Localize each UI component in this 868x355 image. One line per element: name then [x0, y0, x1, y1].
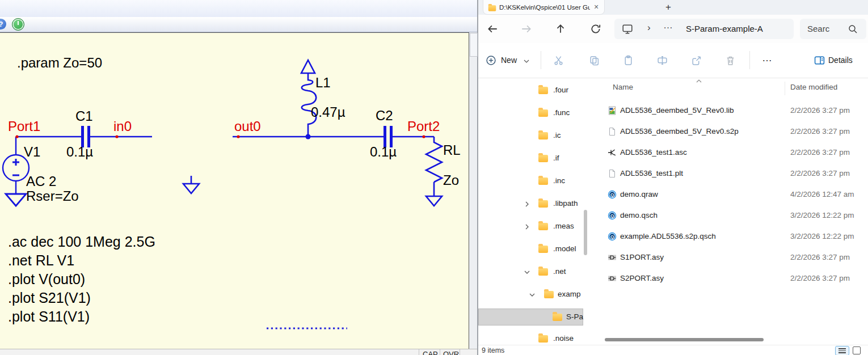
chevron-right-icon[interactable] — [524, 224, 530, 230]
tree-item-meas[interactable]: .meas — [478, 219, 583, 235]
directive-net[interactable]: .net RL V1 — [8, 251, 155, 270]
net-label-port2[interactable]: Port2 — [407, 119, 440, 134]
net-label-port1[interactable]: Port1 — [8, 119, 40, 134]
file-row[interactable]: ADL5536_deembed_5V_Rev0.lib 2/2/2026 3:2… — [603, 101, 864, 121]
this-pc-icon[interactable] — [622, 23, 633, 35]
file-row[interactable]: Q demo.qsch 3/2/2026 12:22 pm — [603, 206, 864, 226]
inductor-l1[interactable] — [301, 60, 316, 137]
qspice-window: ? — [0, 0, 478, 355]
qspice-toolbar: ? — [0, 17, 477, 32]
component-name-c1[interactable]: C1 — [75, 109, 93, 124]
component-name-v1[interactable]: V1 — [24, 145, 40, 159]
explorer-command-bar: New — [478, 43, 868, 78]
large-icons-view-icon[interactable] — [853, 346, 861, 354]
tree-item-if[interactable]: .if — [478, 151, 583, 167]
explorer-tab[interactable]: D:\KSKelvin\Qspice\01 User Gu × — [483, 0, 605, 15]
directive-ac[interactable]: .ac dec 100 1Meg 2.5G — [8, 233, 155, 251]
chevron-down-icon[interactable] — [529, 292, 535, 298]
file-row[interactable]: Q demo.qraw 4/2/2026 12:47 am — [603, 185, 864, 205]
tree-item-s-param-selected[interactable]: S-Pa — [478, 308, 583, 326]
qspice-titlebar[interactable] — [0, 0, 477, 17]
file-row[interactable]: Q example.ADL5536.s2p.qsch 3/2/2026 12:2… — [603, 227, 864, 247]
tree-item-ic[interactable]: .ic — [478, 128, 583, 144]
tree-item-four[interactable]: .four — [478, 83, 583, 99]
tree-item-inc[interactable]: .inc — [478, 174, 583, 189]
explorer-navigation-bar: › … S-Param-example-A Searc — [478, 15, 868, 43]
resistor-rl[interactable] — [426, 137, 442, 182]
file-row[interactable]: S1PORT.asy 2/2/2026 3:27 pm — [603, 248, 864, 268]
forward-icon[interactable] — [521, 23, 532, 35]
search-icon[interactable] — [848, 24, 858, 34]
tree-item-examples[interactable]: examp — [478, 287, 583, 303]
copy-icon[interactable] — [589, 55, 600, 66]
folder-icon — [538, 335, 548, 343]
component-value-c1[interactable]: 0.1µ — [66, 145, 93, 159]
tree-item-libpath[interactable]: .libpath — [478, 196, 583, 212]
horizontal-scrollbar[interactable] — [605, 338, 764, 341]
file-list-header: Name Date modified — [603, 81, 864, 96]
paste-icon[interactable] — [623, 55, 634, 66]
directive-plot-s11[interactable]: .plot S11(V1) — [8, 307, 155, 326]
file-row[interactable]: ADL5536_test1.asc 2/2/2026 3:27 pm — [603, 143, 864, 163]
cut-icon[interactable] — [553, 55, 564, 66]
list-view-icon[interactable] — [835, 346, 849, 355]
chevron-down-icon[interactable] — [524, 269, 530, 275]
schematic-canvas[interactable]: .param Zo=50 Port1 C1 in0 0.1µ V1 AC 2 R… — [0, 32, 469, 349]
new-button[interactable]: New — [501, 56, 517, 65]
directive-plot-s21[interactable]: .plot S21(V1) — [8, 289, 155, 307]
details-panel-icon[interactable] — [814, 55, 825, 66]
tree-scrollbar[interactable] — [584, 210, 587, 255]
run-icon[interactable] — [12, 18, 24, 31]
back-icon[interactable] — [487, 23, 498, 35]
search-text[interactable]: Searc — [807, 24, 829, 33]
folder-icon — [538, 109, 548, 117]
tab-close-icon[interactable]: × — [592, 2, 601, 11]
explorer-tab-strip: D:\KSKelvin\Qspice\01 User Gu × + — [478, 0, 868, 15]
details-button[interactable]: Details — [828, 56, 853, 65]
ground-rl[interactable] — [426, 182, 442, 206]
component-name-c2[interactable]: C2 — [376, 108, 393, 123]
chevron-down-icon[interactable] — [524, 59, 529, 64]
net-label-out0[interactable]: out0 — [234, 119, 261, 134]
component-value-v1-rser[interactable]: Rser=Zo — [26, 189, 79, 204]
directive-plot-vout0[interactable]: .plot V(out0) — [8, 270, 155, 289]
file-row[interactable]: ADL5536_deembed_5V_Rev0.s2p 2/2/2026 3:2… — [603, 122, 864, 142]
component-name-l1[interactable]: L1 — [315, 75, 331, 90]
component-value-l1[interactable]: 0.47µ — [311, 105, 345, 120]
component-value-c2[interactable]: 0.1µ — [370, 145, 397, 159]
breadcrumb-current-folder[interactable]: S-Param-example-A — [686, 24, 789, 33]
tree-item-net[interactable]: .net — [478, 264, 583, 280]
new-plus-icon[interactable] — [486, 55, 496, 66]
sort-ascending-icon[interactable] — [696, 79, 702, 83]
address-bar[interactable]: › … S-Param-example-A — [614, 19, 794, 39]
file-row[interactable]: S2PORT.asy 2/2/2026 3:27 pm — [603, 269, 864, 289]
new-tab-button[interactable]: + — [662, 1, 675, 14]
tab-title: D:\KSKelvin\Qspice\01 User Gu — [499, 4, 590, 11]
rename-icon[interactable] — [657, 55, 668, 66]
delete-icon[interactable] — [725, 55, 736, 66]
column-header-name[interactable]: Name — [613, 83, 633, 91]
ground-v1[interactable] — [6, 194, 26, 206]
tree-item-func[interactable]: .func — [478, 105, 583, 121]
see-more-button[interactable]: … — [762, 52, 773, 64]
up-icon[interactable] — [555, 23, 566, 35]
share-icon[interactable] — [691, 55, 702, 66]
spice-directives[interactable]: .ac dec 100 1Meg 2.5G .net RL V1 .plot V… — [8, 233, 155, 326]
component-name-rl[interactable]: RL — [443, 143, 461, 158]
breadcrumb-chevron-icon[interactable]: › — [647, 22, 651, 33]
directive-param[interactable]: .param Zo=50 — [17, 56, 102, 70]
breadcrumb-ellipsis[interactable]: … — [663, 20, 673, 31]
chevron-right-icon[interactable] — [524, 201, 530, 207]
column-divider[interactable] — [785, 82, 785, 95]
refresh-icon[interactable] — [590, 23, 601, 35]
component-value-v1-ac[interactable]: AC 2 — [26, 174, 56, 189]
file-row[interactable]: ADL5536_test1.plt 2/2/2026 3:27 pm — [603, 164, 864, 184]
schematic-vertical-scrollbar[interactable] — [470, 33, 478, 57]
net-label-in0[interactable]: in0 — [113, 119, 132, 134]
column-header-date-modified[interactable]: Date modified — [790, 83, 837, 91]
search-box[interactable]: Searc — [800, 19, 866, 39]
tree-item-model[interactable]: .model — [478, 242, 583, 257]
component-value-rl[interactable]: Zo — [443, 173, 459, 188]
ground-floating[interactable] — [183, 176, 199, 193]
help-icon[interactable]: ? — [0, 19, 6, 29]
